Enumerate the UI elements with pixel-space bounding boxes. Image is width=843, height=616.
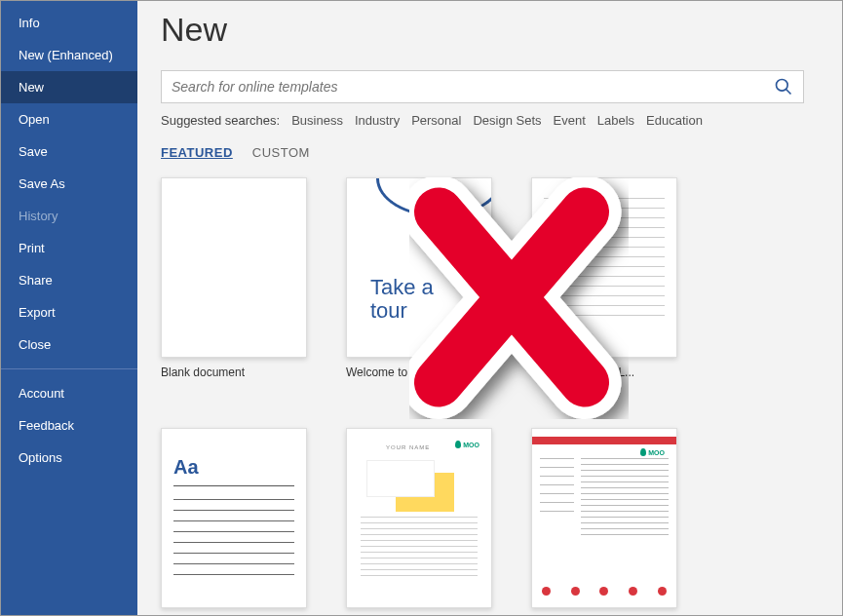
template-grid: Blank document Take atour ➔ Welcome to W…	[161, 177, 842, 615]
search-input[interactable]	[162, 73, 764, 100]
sidebar-item-export[interactable]: Export	[1, 296, 137, 328]
backstage-sidebar: Info New (Enhanced) New Open Save Save A…	[1, 1, 137, 615]
suggested-personal[interactable]: Personal	[411, 113, 461, 128]
template-polished-resume[interactable]: MOO Polished resume,...	[531, 428, 677, 615]
search-icon	[774, 77, 793, 96]
template-welcome-to-word[interactable]: Take atour ➔ Welcome to Word	[346, 177, 492, 379]
template-search[interactable]	[161, 70, 804, 103]
search-button[interactable]	[764, 70, 803, 103]
svg-line-1	[786, 90, 791, 95]
template-caption: Welcome to Word	[346, 366, 492, 379]
template-single-spaced[interactable]: Aa Single spaced (b...	[161, 428, 307, 615]
template-caption: Business Add-in L...	[531, 366, 677, 379]
moo-logo-icon: MOO	[455, 441, 479, 448]
tab-featured[interactable]: FEATURED	[161, 145, 233, 160]
sidebar-item-feedback[interactable]: Feedback	[1, 409, 137, 442]
sidebar-item-options[interactable]: Options	[1, 442, 137, 474]
sidebar-item-save[interactable]: Save	[1, 135, 137, 168]
template-tabs: FEATURED CUSTOM	[161, 145, 842, 160]
sidebar-item-save-as[interactable]: Save As	[1, 168, 137, 200]
sidebar-item-open[interactable]: Open	[1, 103, 137, 135]
sidebar-divider	[1, 368, 137, 369]
suggested-labels[interactable]: Labels	[597, 113, 634, 128]
sidebar-item-new-enhanced[interactable]: New (Enhanced)	[1, 39, 137, 71]
suggested-event[interactable]: Event	[554, 113, 586, 128]
sidebar-item-share[interactable]: Share	[1, 264, 137, 296]
moo-logo-icon: MOO	[640, 448, 665, 456]
suggested-searches: Suggested searches: Business Industry Pe…	[161, 113, 842, 128]
sidebar-item-print[interactable]: Print	[1, 232, 137, 264]
template-blank-document[interactable]: Blank document	[161, 177, 307, 379]
template-crisp-clean[interactable]: YOUR NAME MOO Crisp and clean c...	[346, 428, 492, 615]
sidebar-item-new[interactable]: New	[1, 71, 137, 103]
sidebar-item-info[interactable]: Info	[1, 7, 137, 39]
template-business-addin[interactable]: Business Add-in L...	[531, 177, 677, 379]
suggested-business[interactable]: Business	[291, 113, 343, 128]
suggested-design-sets[interactable]: Design Sets	[473, 113, 541, 128]
sidebar-item-close[interactable]: Close	[1, 328, 137, 361]
template-caption: Blank document	[161, 366, 307, 379]
sidebar-item-account[interactable]: Account	[1, 377, 137, 409]
suggested-education[interactable]: Education	[646, 113, 703, 128]
sidebar-item-history: History	[1, 200, 137, 232]
svg-point-0	[777, 80, 788, 92]
main-panel: New Suggested searches: Business Industr…	[137, 1, 842, 615]
arrow-right-icon: ➔	[448, 314, 476, 341]
tab-custom[interactable]: CUSTOM	[252, 145, 310, 160]
page-title: New	[161, 11, 842, 49]
suggested-label: Suggested searches:	[161, 113, 280, 128]
suggested-industry[interactable]: Industry	[355, 113, 400, 128]
